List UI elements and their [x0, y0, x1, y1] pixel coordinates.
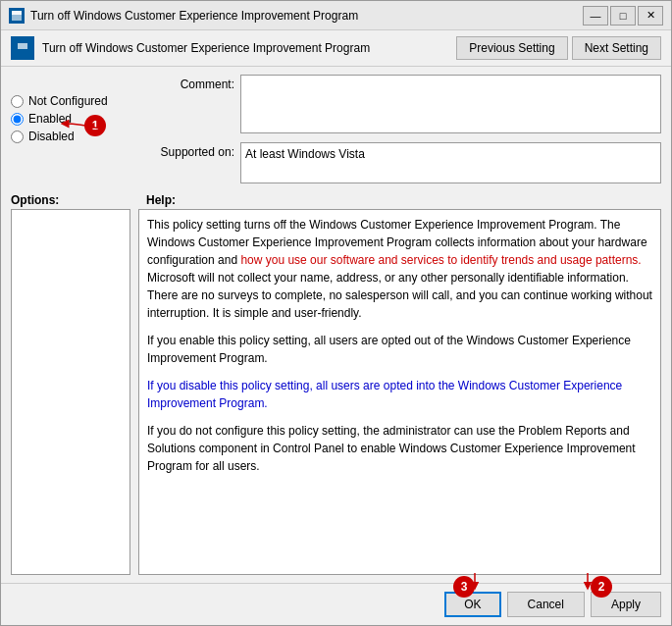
- not-configured-option[interactable]: Not Configured: [11, 94, 138, 108]
- disabled-radio[interactable]: [11, 130, 24, 143]
- comment-row: Comment:: [146, 75, 661, 136]
- title-bar: Turn off Windows Customer Experience Imp…: [1, 1, 671, 30]
- apply-button[interactable]: Apply: [591, 592, 661, 617]
- enabled-label: Enabled: [28, 112, 72, 126]
- toolbar-icon: [11, 36, 34, 60]
- supported-wrapper: At least Windows Vista: [240, 142, 661, 183]
- title-bar-controls: — □ ✕: [583, 6, 663, 26]
- help-para-1: This policy setting turns off the Window…: [147, 216, 652, 322]
- disabled-label: Disabled: [28, 130, 75, 143]
- minimize-button[interactable]: —: [583, 6, 608, 26]
- bottom-panels: This policy setting turns off the Window…: [11, 209, 661, 575]
- svg-rect-3: [18, 43, 27, 49]
- comment-label: Comment:: [146, 75, 234, 91]
- not-configured-label: Not Configured: [28, 94, 108, 108]
- window-icon: [9, 8, 25, 24]
- main-window: Turn off Windows Customer Experience Imp…: [0, 0, 672, 626]
- left-panel: Not Configured Enabled Disabled: [11, 75, 138, 183]
- help-para-4: If you do not configure this policy sett…: [147, 422, 652, 475]
- footer: OK Cancel Apply: [1, 583, 671, 625]
- section-headers: Options: Help:: [11, 193, 661, 207]
- comment-textarea[interactable]: [240, 75, 661, 133]
- ok-button[interactable]: OK: [444, 592, 500, 617]
- title-bar-text: Turn off Windows Customer Experience Imp…: [30, 9, 583, 23]
- options-panel: [11, 209, 130, 575]
- enabled-option[interactable]: Enabled: [11, 112, 138, 126]
- toolbar-title: Turn off Windows Customer Experience Imp…: [42, 41, 452, 55]
- radio-group: Not Configured Enabled Disabled: [11, 94, 138, 143]
- help-para-3: If you disable this policy setting, all …: [147, 377, 652, 412]
- right-panel: Comment: Supported on: At least Windows …: [146, 75, 661, 183]
- supported-row: Supported on: At least Windows Vista: [146, 142, 661, 183]
- disabled-option[interactable]: Disabled: [11, 130, 138, 143]
- previous-setting-button[interactable]: Previous Setting: [456, 36, 567, 60]
- enabled-radio[interactable]: [11, 113, 24, 126]
- toolbar: Turn off Windows Customer Experience Imp…: [1, 30, 671, 67]
- help-para-3-blue: If you disable this policy setting, all …: [147, 379, 622, 410]
- supported-value: At least Windows Vista: [240, 142, 661, 183]
- top-section: Not Configured Enabled Disabled Comment:: [11, 75, 661, 183]
- help-panel: This policy setting turns off the Window…: [138, 209, 661, 575]
- help-para-1-red: how you use our software and services to…: [240, 253, 641, 267]
- maximize-button[interactable]: □: [610, 6, 636, 26]
- close-button[interactable]: ✕: [638, 6, 663, 26]
- next-setting-button[interactable]: Next Setting: [572, 36, 661, 60]
- help-para-2: If you enable this policy setting, all u…: [147, 332, 652, 367]
- help-header: Help:: [138, 193, 661, 207]
- not-configured-radio[interactable]: [11, 95, 24, 108]
- comment-field-wrapper: [240, 75, 661, 136]
- cancel-button[interactable]: Cancel: [507, 592, 585, 617]
- svg-rect-1: [12, 11, 22, 15]
- options-header: Options:: [11, 193, 138, 207]
- content-area: Not Configured Enabled Disabled Comment:: [1, 67, 671, 583]
- supported-label: Supported on:: [146, 142, 234, 159]
